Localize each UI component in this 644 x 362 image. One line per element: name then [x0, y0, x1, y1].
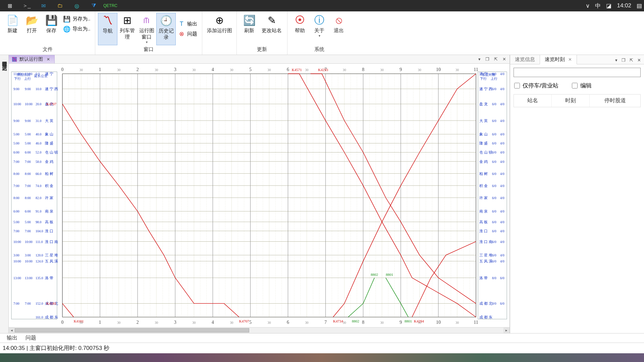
- svg-text:4/0: 4/0: [500, 132, 504, 136]
- svg-text:6/0: 6/0: [492, 184, 496, 188]
- svg-text:8801: 8801: [405, 319, 412, 323]
- svg-text:6:00: 6:00: [25, 150, 31, 154]
- task-app[interactable]: QETRC: [103, 1, 118, 10]
- svg-text:4/0: 4/0: [500, 196, 504, 200]
- adddiagram-button[interactable]: ⊕ 添加运行图: [205, 13, 234, 35]
- svg-text:淮 口 南: 淮 口 南: [45, 240, 58, 244]
- task-mail[interactable]: ✉: [36, 1, 51, 10]
- tab-restore-button[interactable]: ❐: [484, 57, 491, 62]
- svg-text:6/0: 6/0: [492, 102, 496, 106]
- svg-text:3: 3: [174, 320, 176, 325]
- svg-text:7:00: 7:00: [25, 184, 31, 188]
- svg-text:9: 9: [399, 320, 402, 325]
- svg-text:金 鸡: 金 鸡: [479, 160, 488, 164]
- col-dwell: 停时股道: [590, 95, 640, 107]
- export-button[interactable]: 🌐 导出为..: [63, 25, 90, 33]
- svg-text:11: 11: [474, 67, 478, 72]
- svg-text:4/0: 4/0: [500, 72, 504, 76]
- diagram-tab[interactable]: 默认运行图 ✕: [9, 55, 55, 63]
- bottom-tab-issues[interactable]: 问题: [25, 335, 36, 342]
- svg-text:66.0: 66.0: [36, 172, 42, 176]
- train-diagram[interactable]: 0030301130302230303330304430305530306630…: [9, 64, 509, 327]
- ribbon: 📄 新建 📂 打开 💾 保存 💾 另存为.. 🌐 导出为..: [0, 11, 644, 55]
- tab-quicktime[interactable]: 速览时刻 ✕: [540, 55, 577, 64]
- mail-icon: ✉: [41, 3, 46, 9]
- tab-close-button[interactable]: ✕: [46, 57, 51, 62]
- help-button[interactable]: ⦿ 帮助: [290, 13, 310, 39]
- svg-text:2: 2: [137, 67, 139, 72]
- horizontal-scrollbar[interactable]: ◂ ▸: [9, 327, 509, 333]
- svg-text:6/0: 6/0: [492, 87, 496, 91]
- tab-close-all-button[interactable]: ✕: [501, 57, 507, 62]
- issues-button[interactable]: ⊗ 问题: [178, 30, 197, 38]
- svg-text:K4571: K4571: [292, 68, 302, 72]
- svg-text:7:00: 7:00: [13, 160, 19, 164]
- nav-button[interactable]: 〽 导航: [98, 13, 117, 45]
- rp-pin-button[interactable]: ⇱: [629, 58, 634, 63]
- task-explorer[interactable]: 🗀: [52, 1, 68, 10]
- svg-text:6/0: 6/0: [492, 220, 496, 224]
- tab-pin-button[interactable]: ⇱: [493, 57, 499, 62]
- svg-text:52.0: 52.0: [36, 150, 42, 154]
- svg-text:4/0: 4/0: [500, 150, 504, 154]
- quicktime-search-input[interactable]: [514, 68, 641, 77]
- rename-button[interactable]: ✎ 更改站名: [259, 13, 284, 35]
- ime-indicator[interactable]: 中: [595, 2, 601, 10]
- tab-quicktime-close[interactable]: ✕: [568, 57, 572, 62]
- svg-text:淮 口: 淮 口: [45, 229, 53, 233]
- svg-text:8801: 8801: [386, 273, 393, 277]
- svg-text:5: 5: [249, 320, 252, 325]
- rp-menu-button[interactable]: ▾: [614, 58, 619, 63]
- scroll-track[interactable]: [15, 327, 503, 333]
- diagramwin-button[interactable]: ⫙ 运行图窗口 ▾: [137, 13, 156, 45]
- rp-restore-button[interactable]: ❐: [621, 58, 627, 63]
- chk-stop-only-box[interactable]: [514, 83, 520, 88]
- history-button[interactable]: 🕘 历史记录: [156, 13, 176, 45]
- ribbon-caption-file: 文件: [3, 46, 92, 54]
- notifications-icon[interactable]: ▤: [637, 2, 642, 9]
- ribbon-group-update: 🔄 刷新 ✎ 更改站名 更新: [237, 11, 287, 55]
- svg-text:7:00: 7:00: [13, 229, 19, 233]
- svg-text:仓 山 镇: 仓 山 镇: [479, 150, 492, 154]
- svg-text:9:00: 9:00: [13, 119, 19, 123]
- task-terminal[interactable]: ＞_: [19, 1, 34, 10]
- trainmgr-button[interactable]: ⊞ 列车管理: [117, 13, 137, 45]
- open-button[interactable]: 📂 打开: [22, 13, 42, 35]
- svg-text:5:00: 5:00: [13, 220, 19, 224]
- bottom-tab-output[interactable]: 输出: [7, 335, 17, 342]
- close-circle-icon: ⦸: [330, 14, 348, 26]
- saveas-button[interactable]: 💾 另存为..: [63, 15, 90, 23]
- chk-edit[interactable]: 编辑: [572, 82, 592, 89]
- task-vscode[interactable]: ⧩: [86, 1, 101, 10]
- refresh-button[interactable]: 🔄 刷新: [239, 13, 259, 35]
- svg-text:104.0: 104.0: [36, 229, 43, 233]
- col-time: 时刻: [552, 95, 590, 107]
- scroll-right-button[interactable]: ▸: [503, 327, 509, 333]
- tab-menu-button[interactable]: ▾: [477, 57, 482, 62]
- chk-stop-only[interactable]: 仅停车/营业站: [514, 82, 558, 89]
- svg-text:11:00: 11:00: [25, 72, 32, 76]
- svg-text:4/0: 4/0: [500, 102, 504, 106]
- app-icon: QETRC: [103, 3, 117, 8]
- tray-shield-icon[interactable]: ◪: [606, 2, 611, 9]
- task-edge[interactable]: ◎: [69, 1, 85, 10]
- svg-text:许 家: 许 家: [45, 196, 53, 200]
- scroll-thumb[interactable]: [15, 328, 249, 333]
- svg-text:10:00: 10:00: [25, 259, 33, 263]
- exit-button[interactable]: ⦸ 退出: [329, 13, 348, 39]
- tray-chevron-icon[interactable]: ∨: [586, 2, 590, 9]
- start-button[interactable]: ⊞: [2, 1, 17, 10]
- svg-text:4/0: 4/0: [500, 259, 504, 263]
- output-button[interactable]: T 输出: [178, 20, 197, 27]
- about-button[interactable]: ⓘ 关于 ▾: [310, 13, 329, 39]
- save-button[interactable]: 💾 保存: [42, 13, 61, 35]
- scroll-left-button[interactable]: ◂: [9, 327, 15, 333]
- chk-edit-box[interactable]: [572, 83, 578, 88]
- new-button[interactable]: 📄 新建: [3, 13, 22, 35]
- clock[interactable]: 14:02: [617, 2, 631, 9]
- svg-text:11:00: 11:00: [13, 72, 21, 76]
- tab-quickinfo[interactable]: 速览信息: [510, 55, 540, 64]
- svg-text:7:00: 7:00: [25, 229, 31, 233]
- rp-close-button[interactable]: ✕: [636, 58, 642, 63]
- svg-text:6/0: 6/0: [492, 196, 496, 200]
